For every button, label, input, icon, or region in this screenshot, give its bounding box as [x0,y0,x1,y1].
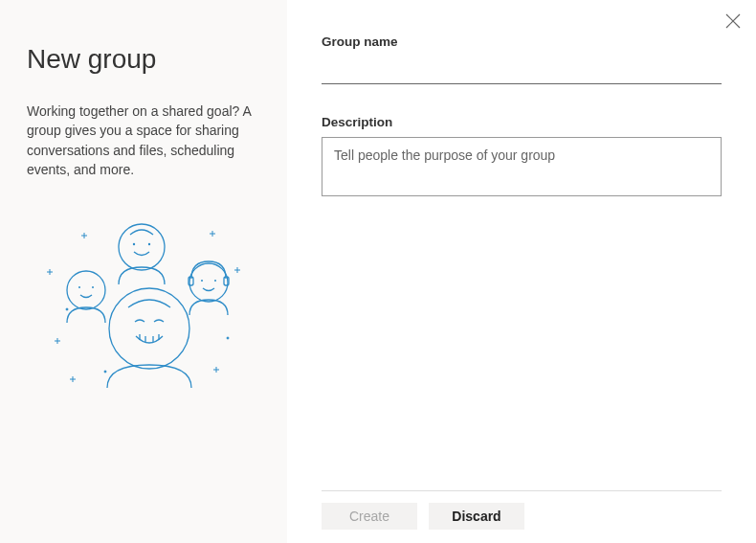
create-button[interactable]: Create [322,503,417,530]
svg-point-26 [201,280,203,282]
page-title: New group [27,44,260,75]
group-illustration [27,214,260,399]
footer: Create Discard [322,490,722,530]
description-label: Description [322,115,722,129]
left-pane: New group Working together on a shared g… [0,0,287,543]
description-input[interactable] [322,137,722,196]
svg-point-20 [67,271,105,309]
close-icon[interactable] [722,10,745,36]
svg-point-23 [189,263,228,302]
right-pane: Group name Description Create Discard [287,0,756,543]
page-subtitle: Working together on a shared goal? A gro… [27,102,260,179]
svg-point-17 [119,224,165,270]
discard-button[interactable]: Discard [429,503,524,530]
svg-point-15 [227,337,229,339]
svg-point-27 [214,280,216,282]
svg-point-22 [92,286,94,288]
svg-point-16 [66,308,68,310]
group-name-label: Group name [322,34,722,49]
svg-point-18 [133,243,135,245]
svg-point-19 [148,243,150,245]
svg-point-14 [104,371,106,373]
svg-point-21 [78,286,80,288]
group-name-input[interactable] [322,57,722,84]
